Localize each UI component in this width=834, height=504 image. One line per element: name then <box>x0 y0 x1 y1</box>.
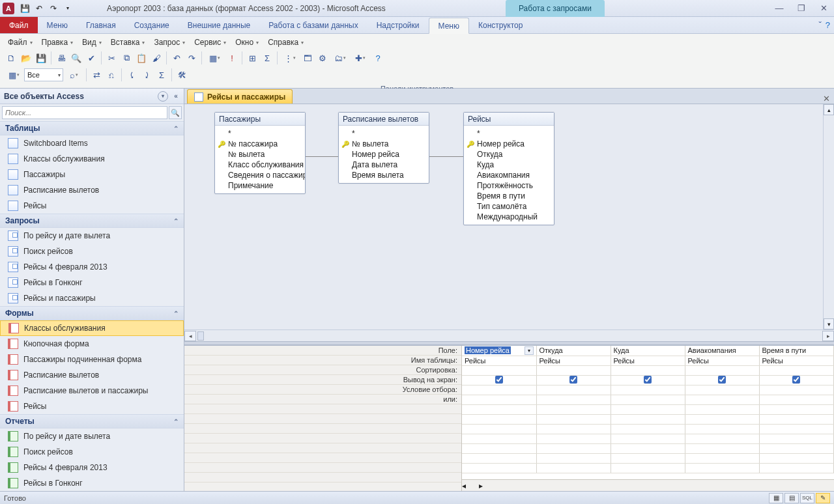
spell-icon[interactable]: ✔ <box>84 51 98 65</box>
menu-item[interactable]: Файл <box>4 36 36 48</box>
grid-cell-table[interactable]: Рейсы <box>462 356 536 365</box>
document-close-icon[interactable]: ✕ <box>821 94 834 104</box>
grid-cell-show[interactable] <box>685 375 759 385</box>
grid-cell-sort[interactable] <box>462 365 536 375</box>
format-painter-icon[interactable]: 🖌 <box>149 51 164 65</box>
nav-group-header[interactable]: Запросы⌃ <box>0 214 184 228</box>
show-checkbox[interactable] <box>644 376 652 384</box>
table-box[interactable]: Пассажиры*№ пассажира№ вылетаКласс обслу… <box>214 112 306 194</box>
grid-cell-field[interactable]: Номер рейса▾ <box>462 346 536 356</box>
view-icon[interactable]: ▦ <box>4 68 23 82</box>
copy-icon[interactable]: ⧉ <box>119 51 134 65</box>
show-checkbox[interactable] <box>569 376 577 384</box>
nav-group-header[interactable]: Формы⌃ <box>0 306 184 320</box>
ribbon-tab[interactable]: Меню <box>38 17 77 33</box>
grid-cell-sort[interactable] <box>536 365 611 375</box>
scroll-right-icon[interactable]: ▸ <box>479 481 483 490</box>
grid-cell[interactable] <box>685 434 759 443</box>
grid-cell-table[interactable]: Рейсы <box>536 356 611 365</box>
nav-item[interactable]: Поиск рейсов <box>0 444 184 460</box>
scroll-right-icon[interactable]: ▸ <box>822 331 834 341</box>
field[interactable]: Сведения о пассажире <box>215 170 305 180</box>
grid-cell[interactable] <box>685 443 759 453</box>
paste-icon[interactable]: 📋 <box>134 51 149 65</box>
nav-item[interactable]: Пассажиры подчиненная форма <box>0 352 184 367</box>
nav-group-header[interactable]: Отчеты⌃ <box>0 414 184 428</box>
field[interactable]: Дата вылета <box>339 160 429 170</box>
show-table-icon[interactable]: ⊞ <box>245 51 259 65</box>
ribbon-tab[interactable]: Главная <box>77 17 125 33</box>
field[interactable]: № вылета <box>215 149 305 160</box>
grid-cell[interactable] <box>759 434 833 443</box>
delete-rows-icon[interactable]: ⤸ <box>139 68 154 82</box>
undo-icon[interactable]: ↶ <box>33 2 46 15</box>
objects-combo[interactable]: Все <box>24 68 63 81</box>
grid-cell[interactable] <box>536 414 611 424</box>
grid-cell[interactable] <box>685 404 759 414</box>
show-checkbox[interactable] <box>792 376 800 384</box>
grid-cell[interactable] <box>759 443 833 453</box>
table-box[interactable]: Рейсы*Номер рейсаОткудаКудаАвиакомпанияП… <box>463 112 554 225</box>
view-sql-icon[interactable]: SQL <box>800 493 814 503</box>
field[interactable]: Откуда <box>464 149 554 160</box>
grid-cell-or[interactable] <box>536 395 611 404</box>
nav-header[interactable]: Все объекты Access ▾ « <box>0 89 184 104</box>
nav-item[interactable]: Расписание вылетов <box>0 367 184 383</box>
top-values-icon[interactable]: ⋮ <box>280 51 300 65</box>
grid-cell[interactable] <box>536 424 611 434</box>
grid-cell[interactable] <box>536 463 611 473</box>
show-checkbox[interactable] <box>718 376 726 384</box>
scroll-up-icon[interactable]: ▴ <box>824 104 834 115</box>
qgrid-hscroll[interactable]: ◂ ▸ <box>462 479 834 491</box>
menu-item[interactable]: Сервис <box>190 36 230 48</box>
grid-cell[interactable] <box>462 404 536 414</box>
nav-item[interactable]: По рейсу и дате вылета <box>0 228 184 244</box>
minimize-icon[interactable]: — <box>771 3 787 13</box>
grid-cell[interactable] <box>685 453 759 463</box>
redo-icon[interactable]: ↷ <box>184 51 199 65</box>
relationships-icon[interactable]: ⇄ <box>89 68 104 82</box>
build-icon[interactable]: 🛠 <box>175 68 189 82</box>
grid-cell[interactable] <box>685 414 759 424</box>
show-checkbox[interactable] <box>495 376 503 384</box>
menu-item[interactable]: Правка <box>38 36 78 48</box>
field[interactable]: № вылета <box>339 139 429 149</box>
grid-cell[interactable] <box>759 414 833 424</box>
grid-cell-criteria[interactable] <box>536 385 611 395</box>
print-preview-icon[interactable]: 🔍 <box>69 51 83 65</box>
grid-cell[interactable] <box>759 404 833 414</box>
table-header[interactable]: Расписание вылетов <box>339 113 429 126</box>
grid-cell[interactable] <box>462 424 536 434</box>
field[interactable]: Куда <box>464 160 554 170</box>
field[interactable]: Тип самолёта <box>464 201 554 212</box>
file-tab[interactable]: Файл <box>0 17 38 33</box>
field[interactable]: Время вылета <box>339 170 429 180</box>
nav-item[interactable]: Поиск рейсов <box>0 244 184 259</box>
redo-icon[interactable]: ↷ <box>47 2 60 15</box>
sigma-icon[interactable]: Σ <box>154 68 169 82</box>
ribbon-tab[interactable]: Создание <box>125 17 179 33</box>
grid-cell[interactable] <box>536 434 611 443</box>
scroll-left-icon[interactable]: ◂ <box>184 331 196 341</box>
ribbon-tab[interactable]: Надстройки <box>367 17 429 33</box>
grid-cell[interactable] <box>685 463 759 473</box>
nav-item[interactable]: Рейсы в Гонконг <box>0 275 184 290</box>
field[interactable]: * <box>339 128 429 139</box>
grid-cell[interactable] <box>759 424 833 434</box>
field[interactable]: № пассажира <box>215 139 305 149</box>
nav-item[interactable]: Рейсы в Гонконг <box>0 475 184 491</box>
grid-cell-show[interactable] <box>462 375 536 385</box>
nav-item[interactable]: По рейсу и дате вылета <box>0 428 184 444</box>
db-window-icon[interactable]: 🗂 <box>330 51 350 65</box>
grid-cell-show[interactable] <box>536 375 611 385</box>
dropdown-icon[interactable]: ▾ <box>525 346 534 355</box>
menu-item[interactable]: Окно <box>231 36 263 48</box>
ribbon-minimize-icon[interactable]: ˇ <box>818 20 821 30</box>
ribbon-tab[interactable]: Внешние данные <box>179 17 260 33</box>
grid-cell-or[interactable] <box>462 395 536 404</box>
nav-item[interactable]: Рейсы <box>0 198 184 214</box>
grid-cell[interactable] <box>536 443 611 453</box>
tool1-icon[interactable]: ⎌ <box>104 68 119 82</box>
grid-cell-sort[interactable] <box>685 365 759 375</box>
grid-cell[interactable] <box>611 453 685 463</box>
